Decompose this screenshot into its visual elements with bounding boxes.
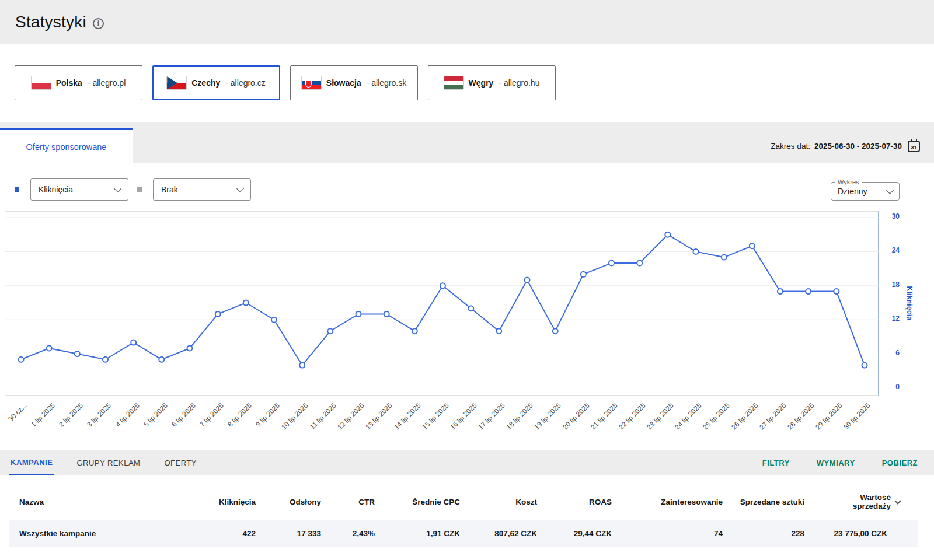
slovakia-flag-icon [302, 76, 321, 89]
x-tick-label: 8 lip 2025 [226, 401, 254, 429]
col-header-nazwa[interactable]: Nazwa [9, 489, 202, 520]
x-tick-label: 11 lip 2025 [308, 401, 338, 431]
x-tick-label: 14 lip 2025 [392, 401, 422, 431]
section-tab-strip: Oferty sponsorowane Zakres dat: 2025-06-… [0, 123, 934, 163]
x-tick-label: 16 lip 2025 [448, 401, 478, 431]
table-header-row: Nazwa Kliknięcia Odsłony CTR Średnie CPC… [9, 489, 918, 520]
chart-type-value: Dzienny [838, 187, 867, 196]
x-tick-label: 1 lip 2025 [29, 401, 57, 429]
x-tick-label: 28 lip 2025 [786, 401, 815, 431]
calendar-icon[interactable]: 31 [908, 141, 920, 152]
country-domain: - allegro.sk [367, 78, 406, 88]
x-tick-label: 30 cz... [7, 401, 29, 423]
x-tick-label: 18 lip 2025 [504, 401, 534, 431]
country-button-wegry[interactable]: Węgry - allegro.hu [428, 65, 556, 100]
x-tick-label: 29 lip 2025 [814, 401, 844, 431]
metric2-color-swatch [137, 187, 142, 192]
x-tick-label: 15 lip 2025 [420, 401, 450, 431]
x-tick-label: 25 lip 2025 [702, 401, 731, 431]
x-tick-label: 3 lip 2025 [86, 401, 113, 429]
country-selector: Polska - allegro.pl Czechy - allegro.cz … [0, 44, 934, 123]
x-tick-label: 7 lip 2025 [198, 401, 225, 429]
x-tick-label: 23 lip 2025 [645, 401, 675, 431]
y-tick-label: 0 [895, 383, 900, 391]
cell-nazwa: Wszystkie kampanie [9, 520, 202, 547]
col-header-srednie-cpc[interactable]: Średnie CPC [382, 489, 467, 520]
cell-srednie-cpc: 1,91 CZK [382, 520, 467, 547]
metric1-select[interactable]: Kliknięcia [30, 178, 128, 201]
y-tick-label: 30 [892, 212, 900, 220]
col-header-koszt[interactable]: Koszt [467, 489, 544, 520]
metric2-select[interactable]: Brak [153, 178, 251, 201]
pobierz-button[interactable]: POBIERZ [882, 450, 918, 475]
x-tick-label: 5 lip 2025 [142, 401, 169, 429]
col-header-klikniecia[interactable]: Kliknięcia [202, 489, 263, 520]
col-header-ctr[interactable]: CTR [328, 489, 382, 520]
info-icon[interactable]: i [93, 18, 104, 29]
table-row[interactable]: Wszystkie kampanie 422 17 333 2,43% 1,91… [9, 520, 918, 547]
country-button-czechy[interactable]: Czechy - allegro.cz [152, 65, 280, 100]
country-name: Polska [56, 78, 82, 88]
page-title: Statystyki [15, 13, 86, 32]
x-tick-label: 21 lip 2025 [589, 401, 619, 431]
tab-label: Oferty sponsorowane [26, 142, 107, 152]
country-name: Czechy [191, 78, 220, 88]
chevron-down-icon [886, 187, 894, 194]
plot-area [5, 211, 879, 396]
table-actions: FILTRY WYMIARY POBIERZ [736, 450, 918, 475]
cell-ctr: 2,43% [328, 520, 382, 547]
tab-grupy-reklam[interactable]: GRUPY REKLAM [75, 450, 141, 475]
calendar-day: 31 [911, 144, 916, 151]
col-header-zainteresowanie[interactable]: Zainteresowanie [619, 489, 730, 520]
col-header-sprzedane-sztuki[interactable]: Sprzedane sztuki [730, 489, 811, 520]
chart-type-label: Wykres [835, 178, 862, 186]
col-header-wartosc-sprzedazy[interactable]: Wartość sprzedaży [811, 489, 918, 520]
x-tick-label: 27 lip 2025 [758, 401, 787, 431]
page-header: Statystyki i [0, 0, 934, 44]
czechia-flag-icon [167, 76, 186, 89]
date-range-label: Zakres dat: [771, 142, 810, 150]
x-tick-label: 17 lip 2025 [476, 401, 506, 431]
x-tick-label: 26 lip 2025 [730, 401, 759, 431]
y-tick-label: 12 [892, 314, 900, 323]
tab-kampanie[interactable]: KAMPANIE [9, 450, 54, 475]
cell-klikniecia: 422 [202, 520, 263, 547]
y-tick-label: 6 [895, 349, 900, 357]
cell-zainteresowanie: 74 [619, 520, 730, 547]
x-tick-label: 30 lip 2025 [842, 401, 872, 431]
hungary-flag-icon [444, 76, 463, 89]
y-axis-ticks: 0612182430 [883, 211, 903, 396]
x-tick-label: 19 lip 2025 [533, 401, 563, 431]
x-tick-label: 4 lip 2025 [114, 401, 141, 429]
country-button-slowacja[interactable]: Słowacja - allegro.sk [290, 65, 418, 100]
y-axis-title: Kliknięcia [905, 286, 914, 320]
tab-oferty[interactable]: OFERTY [163, 450, 198, 475]
x-axis-labels: 30 cz...1 lip 20252 lip 20253 lip 20254 … [5, 396, 879, 447]
metric1-color-swatch [15, 187, 19, 192]
chevron-down-icon [114, 185, 121, 192]
metric2-value: Brak [161, 185, 178, 194]
table-tabs-left: KAMPANIE GRUPY REKLAM OFERTY [9, 450, 219, 475]
table-section: Nazwa Kliknięcia Odsłony CTR Średnie CPC… [0, 475, 934, 560]
x-tick-label: 20 lip 2025 [561, 401, 591, 431]
chart-controls: Kliknięcia Brak Wykres Dzienny [0, 163, 934, 211]
x-tick-label: 9 lip 2025 [255, 401, 282, 429]
date-range-picker[interactable]: Zakres dat: 2025-06-30 - 2025-07-30 31 [771, 141, 920, 152]
metric1-value: Kliknięcia [39, 185, 73, 194]
y-tick-label: 24 [892, 246, 900, 254]
col-header-roas[interactable]: ROAS [544, 489, 619, 520]
cell-roas: 29,44 CZK [544, 520, 619, 547]
cell-koszt: 807,62 CZK [467, 520, 544, 547]
campaigns-table: Nazwa Kliknięcia Odsłony CTR Średnie CPC… [9, 489, 918, 547]
wymiary-button[interactable]: WYMIARY [817, 450, 855, 475]
x-tick-label: 10 lip 2025 [280, 401, 309, 431]
x-tick-label: 24 lip 2025 [673, 401, 703, 431]
country-domain: - allegro.hu [499, 78, 539, 88]
filtry-button[interactable]: FILTRY [762, 450, 790, 475]
col-header-odslony[interactable]: Odsłony [263, 489, 328, 520]
country-button-polska[interactable]: Polska - allegro.pl [15, 65, 142, 100]
cell-sprzedane-sztuki: 228 [730, 520, 811, 547]
chart-type-select[interactable]: Wykres Dzienny [831, 178, 900, 201]
tab-oferty-sponsorowane[interactable]: Oferty sponsorowane [0, 128, 133, 163]
x-tick-label: 22 lip 2025 [617, 401, 647, 431]
